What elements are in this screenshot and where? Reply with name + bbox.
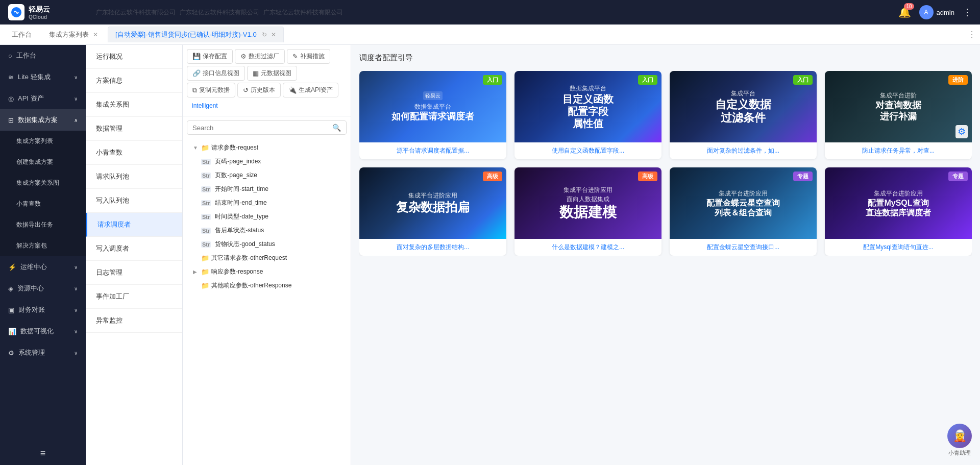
tree-node-date-type[interactable]: Str 时间类型-date_type — [183, 210, 351, 224]
tab-solution-list[interactable]: 集成方案列表 ✕ — [41, 27, 106, 42]
left-panel-data-manage[interactable]: 数据管理 — [86, 117, 182, 141]
left-panel-solution-info[interactable]: 方案信息 — [86, 69, 182, 93]
system-chevron-icon: ∨ — [74, 350, 78, 356]
card-title-8: 配置Mysql查询语句直连... — [825, 239, 972, 256]
card-overlay-1: 轻易云 数据集成平台 如何配置请求调度者 — [391, 91, 474, 123]
resp-params-expand-icon[interactable]: ▶ — [193, 269, 199, 275]
sidebar-sub-create-solution[interactable]: 创建集成方案 — [0, 152, 86, 173]
sidebar-item-api[interactable]: ◎ API 资产 ∨ — [0, 88, 86, 109]
sidebar-sub-relation[interactable]: 集成方案关系图 — [0, 173, 86, 193]
guide-card-7[interactable]: 集成平台进阶应用 配置金蝶云星空查询列表＆组合查询 专题 配置金蝶云星空查询接口… — [670, 167, 817, 256]
card-badge-2: 入门 — [638, 75, 657, 85]
left-panel-request-queue[interactable]: 请求队列池 — [86, 165, 182, 189]
sidebar-sub-pack[interactable]: 解决方案包 — [0, 235, 86, 256]
left-panel-write-tuner[interactable]: 写入调度者 — [86, 237, 182, 261]
card-title-6: 什么是数据建模？建模之... — [514, 239, 662, 256]
more-button[interactable]: ⋮ — [963, 7, 972, 18]
tab-solution-detail-close[interactable]: ✕ — [271, 31, 276, 38]
left-panel-exception-monitor[interactable]: 异常监控 — [86, 309, 182, 333]
create-solution-label: 创建集成方案 — [16, 158, 53, 166]
copy-data-button[interactable]: ⧉ 复制元数据 — [187, 83, 235, 97]
resource-chevron-icon: ∨ — [74, 286, 78, 291]
patch-button[interactable]: ✎ 补漏措施 — [287, 49, 330, 64]
tab-workbench[interactable]: 工作台 — [4, 27, 39, 42]
sidebar-sub-xiaoqing[interactable]: 小青查数 — [0, 193, 86, 214]
tree-node-other-req[interactable]: 📁 其它请求参数-otherRequest — [183, 251, 351, 265]
left-panel-run-overview[interactable]: 运行概况 — [86, 45, 182, 69]
tree-node-page-size[interactable]: Str 页数-page_size — [183, 168, 351, 182]
tree-node-req-params[interactable]: ▼ 📁 请求参数-request — [183, 141, 351, 155]
assist-button[interactable]: 🧝 小青助理 — [947, 424, 972, 457]
topbar: 轻易云 QCIoud 广东轻亿云软件科技有限公司 广东轻亿云软件科技有限公司 广… — [0, 0, 980, 25]
left-panel-event-factory[interactable]: 事件加工厂 — [86, 285, 182, 309]
system-icon: ⚙ — [8, 349, 14, 357]
card-image-2: 数据集成平台 目定义函数配置字段属性值 入门 — [514, 71, 662, 142]
req-params-expand-icon[interactable]: ▼ — [193, 145, 199, 151]
data-filter-button[interactable]: ⚙ 数据过滤厂 — [235, 49, 285, 64]
sidebar-item-dataviz[interactable]: 📊 数据可视化 ∨ — [0, 321, 86, 342]
left-panel-request-tuner[interactable]: 请求调度者 — [86, 213, 182, 237]
ops-chevron-icon: ∨ — [74, 264, 78, 270]
topbar-right: 🔔 10 A admin ⋮ — [898, 5, 972, 19]
intelligent-button[interactable]: intelligent — [187, 100, 223, 112]
history-button[interactable]: ↺ 历史版本 — [237, 83, 281, 97]
guide-card-1[interactable]: 轻易云 数据集成平台 如何配置请求调度者 入门 源平台请求调度者配置据... — [359, 71, 506, 159]
end-time-label: 结束时间-end_time — [215, 199, 266, 207]
interface-view-button[interactable]: 🔗 接口信息视图 — [187, 66, 245, 81]
left-panel-write-queue[interactable]: 写入队列池 — [86, 189, 182, 213]
tree-node-resp-params[interactable]: ▶ 📁 响应参数-response — [183, 265, 351, 279]
lite-chevron-icon: ∨ — [74, 75, 78, 80]
guide-card-3[interactable]: 集成平台 自定义数据过滤条件 入门 面对复杂的过滤条件，如... — [670, 71, 817, 159]
left-panel-log-manage[interactable]: 日志管理 — [86, 261, 182, 285]
tree-node-end-time[interactable]: Str 结束时间-end_time — [183, 196, 351, 210]
tab-solution-detail[interactable]: [自动爱梨]-销售退货同步(已确认-明细对接)-V1.0 ↻ ✕ — [108, 27, 284, 42]
guide-card-6[interactable]: 集成平台进阶应用 面向人数据集成 数据建模 高级 什么是数据建模？建模之... — [514, 167, 662, 256]
guide-card-8[interactable]: 集成平台进阶应用 配置MySQL查询直连数据库调度者 专题 配置Mysql查询语… — [825, 167, 972, 256]
save-config-button[interactable]: 💾 保存配置 — [187, 49, 233, 64]
guide-card-2[interactable]: 数据集成平台 目定义函数配置字段属性值 入门 使用自定义函数配置字段... — [514, 71, 662, 159]
sidebar-item-workbench[interactable]: ○ 工作台 — [0, 45, 86, 66]
sidebar-item-ops[interactable]: ⚡ 运维中心 ∨ — [0, 256, 86, 278]
sidebar-lite-label: Lite 轻集成 — [18, 72, 51, 82]
guide-card-4[interactable]: 集成平台进阶 对查询数据进行补漏 进阶 ⚙ 防止请求任务异常，对查... — [825, 71, 972, 159]
str-icon: Str — [201, 186, 211, 192]
sidebar-item-resource[interactable]: ◈ 资源中心 ∨ — [0, 278, 86, 299]
tree-node-other-resp[interactable]: 📁 其他响应参数-otherResponse — [183, 279, 351, 292]
left-panel-xiaoqing[interactable]: 小青查数 — [86, 141, 182, 165]
logo-text: 轻易云 — [29, 5, 50, 14]
sidebar-ops-label: 运维中心 — [20, 262, 47, 272]
tree-node-start-time[interactable]: Str 开始时间-start_time — [183, 182, 351, 196]
tab-solution-detail-label: [自动爱梨]-销售退货同步(已确认-明细对接)-V1.0 — [115, 30, 257, 39]
sidebar-item-finance[interactable]: ▣ 财务对账 ∨ — [0, 299, 86, 321]
card-title-3: 面对复杂的过滤条件，如... — [670, 142, 817, 159]
meta-view-label: 元数据视图 — [261, 69, 291, 78]
admin-menu[interactable]: A admin — [919, 5, 954, 19]
sidebar-sub-solution-list[interactable]: 集成方案列表 — [0, 131, 86, 152]
search-input[interactable] — [192, 124, 332, 132]
sidebar-item-lite[interactable]: ≋ Lite 轻集成 ∨ — [0, 66, 86, 88]
sidebar-bottom-menu[interactable]: ≡ — [0, 442, 86, 465]
api-chevron-icon: ∨ — [74, 96, 78, 102]
sidebar-finance-label: 财务对账 — [18, 305, 45, 314]
tree-node-status[interactable]: Str 售后单状态-status — [183, 224, 351, 237]
tree-node-good-status[interactable]: Str 货物状态-good_status — [183, 237, 351, 251]
notification-button[interactable]: 🔔 10 — [898, 6, 911, 18]
str-icon: Str — [201, 200, 211, 206]
sidebar-api-label: API 资产 — [18, 94, 44, 103]
sidebar-item-data-solution[interactable]: ⊞ 数据集成方案 ∧ — [0, 109, 86, 131]
finance-icon: ▣ — [8, 306, 14, 314]
tab-refresh-icon[interactable]: ↻ — [262, 31, 267, 38]
meta-view-button[interactable]: ▦ 元数据视图 — [247, 66, 297, 81]
tab-bar-more[interactable]: ⋮ — [964, 30, 980, 39]
tree-node-page-index[interactable]: Str 页码-page_index — [183, 155, 351, 168]
sidebar-item-system[interactable]: ⚙ 系统管理 ∨ — [0, 342, 86, 363]
card-image-1: 轻易云 数据集成平台 如何配置请求调度者 入门 — [359, 71, 506, 142]
left-panel-relation-map[interactable]: 集成关系图 — [86, 93, 182, 117]
sidebar-resource-label: 资源中心 — [17, 284, 44, 293]
gen-api-button[interactable]: 🔌 生成API资产 — [283, 83, 338, 97]
sidebar-sub-export[interactable]: 数据导出任务 — [0, 214, 86, 235]
tab-solution-list-close[interactable]: ✕ — [93, 31, 98, 38]
card-image-5: 集成平台进阶应用 复杂数据拍扁 高级 — [359, 167, 506, 239]
card-gear-icon[interactable]: ⚙ — [955, 125, 968, 138]
guide-card-5[interactable]: 集成平台进阶应用 复杂数据拍扁 高级 面对复杂的多层数据结构... — [359, 167, 506, 256]
